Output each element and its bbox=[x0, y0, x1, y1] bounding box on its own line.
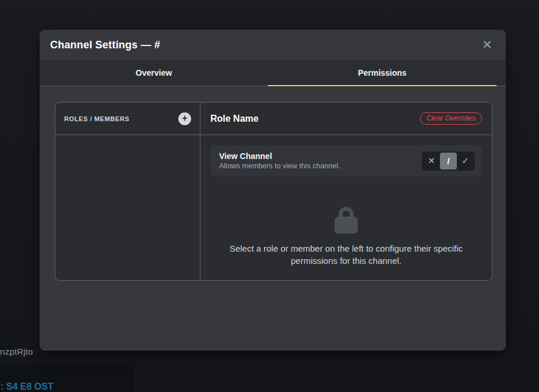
tab-permissions[interactable]: Permissions bbox=[268, 60, 496, 86]
roles-members-panel: ROLES / MEMBERS + bbox=[55, 103, 200, 280]
tab-overview-label: Overview bbox=[136, 68, 172, 77]
tab-bar: Overview Permissions bbox=[40, 60, 506, 86]
lock-body bbox=[334, 217, 358, 234]
channel-settings-modal: Channel Settings — # ✕ Overview Permissi… bbox=[40, 30, 506, 351]
allow-toggle-button[interactable]: ✓ bbox=[457, 153, 474, 169]
permissions-panels: ROLES / MEMBERS + Role Name Clear Overri… bbox=[55, 102, 492, 281]
check-icon: ✓ bbox=[462, 156, 469, 166]
background-partial-text: nzptRjto bbox=[0, 347, 33, 356]
permission-text: View Channel Allows members to view this… bbox=[219, 151, 340, 171]
role-permissions-panel: Role Name Clear Overrides View Channel A… bbox=[200, 103, 492, 280]
tab-permissions-label: Permissions bbox=[358, 68, 406, 77]
roles-members-list[interactable] bbox=[55, 135, 200, 280]
slash-icon: / bbox=[447, 156, 449, 166]
plus-icon: + bbox=[182, 114, 187, 123]
role-name-heading: Role Name bbox=[210, 114, 259, 124]
passthrough-toggle-button[interactable]: / bbox=[440, 153, 457, 169]
background-link-text[interactable]: : S4 E8 OST bbox=[1, 382, 54, 392]
roles-members-header: ROLES / MEMBERS + bbox=[55, 103, 200, 135]
permission-toggle-group: ✕ / ✓ bbox=[422, 151, 475, 171]
lock-icon bbox=[334, 207, 358, 234]
empty-state: Select a role or member on the left to c… bbox=[200, 207, 492, 267]
clear-overrides-button[interactable]: Clear Overrides bbox=[420, 112, 482, 125]
role-permissions-header: Role Name Clear Overrides bbox=[200, 103, 492, 135]
role-permissions-content: View Channel Allows members to view this… bbox=[200, 135, 492, 280]
permission-name: View Channel bbox=[219, 151, 340, 161]
deny-x-icon: ✕ bbox=[428, 156, 435, 166]
tab-overview[interactable]: Overview bbox=[40, 60, 268, 86]
empty-state-message: Select a role or member on the left to c… bbox=[218, 242, 474, 267]
modal-titlebar: Channel Settings — # ✕ bbox=[40, 30, 506, 60]
roles-members-label: ROLES / MEMBERS bbox=[64, 115, 129, 122]
modal-title: Channel Settings — # bbox=[50, 39, 160, 51]
close-icon[interactable]: ✕ bbox=[479, 37, 495, 53]
modal-body: ROLES / MEMBERS + Role Name Clear Overri… bbox=[40, 86, 506, 351]
add-role-button[interactable]: + bbox=[178, 112, 191, 125]
deny-toggle-button[interactable]: ✕ bbox=[423, 153, 440, 169]
permission-description: Allows members to view this channel. bbox=[219, 162, 340, 171]
permission-row-view-channel: View Channel Allows members to view this… bbox=[210, 145, 482, 176]
